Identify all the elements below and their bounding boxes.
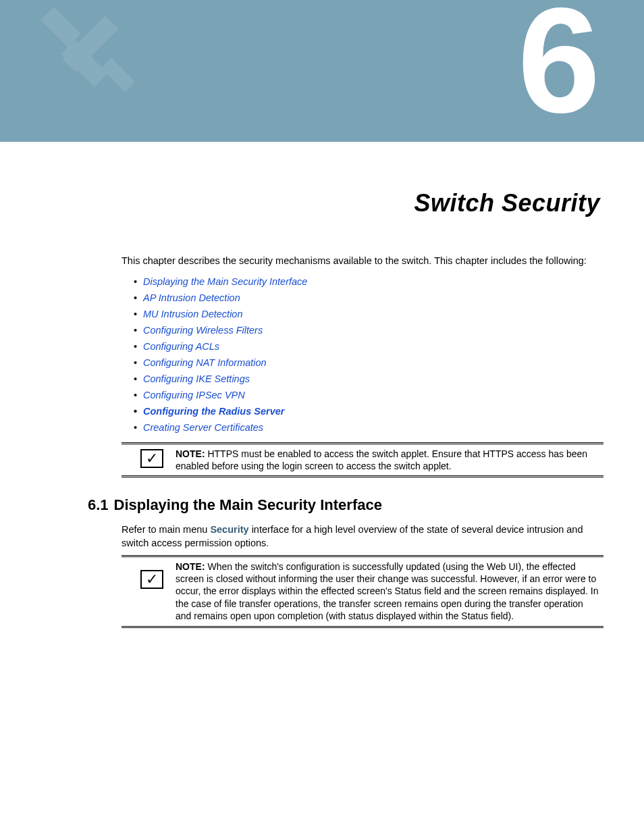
note-1-body: HTTPS must be enabled to access the swit… xyxy=(176,448,587,471)
chapter-title: Switch Security xyxy=(0,189,600,217)
note-box-1: ✓ NOTE: HTTPS must be enabled to access … xyxy=(122,442,603,477)
link-configuring-wireless-filters[interactable]: Configuring Wireless Filters xyxy=(134,325,603,336)
note-2-body: When the switch's configuration is succe… xyxy=(176,561,599,621)
section-heading: 6.1Displaying the Main Security Interfac… xyxy=(88,496,603,514)
banner-decoration xyxy=(27,0,162,142)
link-configuring-nat-information[interactable]: Configuring NAT Information xyxy=(134,357,603,368)
note-box-2: ✓ NOTE: When the switch's configuration … xyxy=(122,555,603,628)
link-mu-intrusion-detection[interactable]: MU Intrusion Detection xyxy=(134,309,603,319)
content-area: This chapter describes the security mech… xyxy=(122,255,603,628)
check-icon-wrap: ✓ xyxy=(140,449,163,468)
section-body-pre: Refer to main menu xyxy=(122,524,210,535)
link-configuring-ike-settings[interactable]: Configuring IKE Settings xyxy=(134,373,603,384)
section-number: 6.1 xyxy=(88,496,109,513)
check-icon: ✓ xyxy=(140,449,163,468)
section-title: Displaying the Main Security Interface xyxy=(114,496,382,513)
link-configuring-ipsec-vpn[interactable]: Configuring IPSec VPN xyxy=(134,390,603,400)
link-configuring-acls[interactable]: Configuring ACLs xyxy=(134,341,603,352)
link-displaying-main-security-interface[interactable]: Displaying the Main Security Interface xyxy=(134,276,603,287)
topic-links-list: Displaying the Main Security Interface A… xyxy=(134,276,603,433)
note-1-label: NOTE: xyxy=(176,448,205,459)
intro-paragraph: This chapter describes the security mech… xyxy=(122,255,603,268)
note-2-label: NOTE: xyxy=(176,561,205,572)
chapter-number: 6 xyxy=(518,0,600,135)
chapter-banner: 6 xyxy=(0,0,644,142)
check-icon-wrap-2: ✓ xyxy=(140,570,163,589)
section-body-bold: Security xyxy=(210,524,248,535)
link-configuring-radius-server[interactable]: Configuring the Radius Server xyxy=(134,406,603,417)
note-1-text: NOTE: HTTPS must be enabled to access th… xyxy=(176,448,603,472)
note-2-text: NOTE: When the switch's configuration is… xyxy=(176,561,603,622)
link-creating-server-certificates[interactable]: Creating Server Certificates xyxy=(134,422,603,433)
check-icon: ✓ xyxy=(140,570,163,589)
section-body: Refer to main menu Security interface fo… xyxy=(122,523,603,550)
link-ap-intrusion-detection[interactable]: AP Intrusion Detection xyxy=(134,292,603,303)
